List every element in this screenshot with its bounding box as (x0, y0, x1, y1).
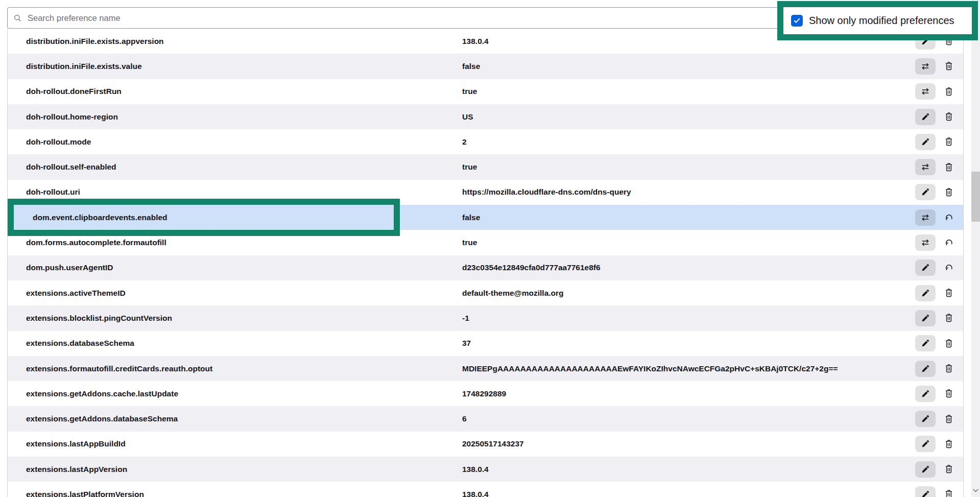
toggle-button[interactable] (915, 209, 936, 226)
edit-button[interactable] (915, 285, 936, 301)
table-row[interactable]: extensions.lastPlatformVersion138.0.4 (8, 482, 963, 497)
trash-icon (945, 339, 953, 348)
pencil-icon (921, 289, 929, 297)
table-row[interactable]: doh-rollout.self-enabledtrue (8, 154, 963, 179)
table-row[interactable]: extensions.blocklist.pingCountVersion-1 (8, 305, 963, 330)
toggle-arrows-icon (921, 163, 929, 171)
edit-button[interactable] (915, 335, 936, 351)
edit-button[interactable] (915, 134, 936, 150)
delete-button[interactable] (942, 461, 956, 478)
trash-icon (945, 314, 953, 322)
toggle-arrows-icon (921, 214, 929, 222)
pref-value: 37 (462, 339, 471, 348)
trash-icon (945, 62, 953, 70)
table-row[interactable]: extensions.formautofill.creditCards.reau… (8, 356, 963, 381)
reset-button[interactable] (942, 234, 956, 251)
pref-value: 2 (462, 137, 467, 147)
edit-button[interactable] (915, 461, 936, 478)
edit-button[interactable] (915, 436, 936, 452)
pref-name: extensions.formautofill.creditCards.reau… (26, 364, 212, 373)
pref-value: true (462, 162, 477, 172)
pref-value: default-theme@mozilla.org (462, 289, 564, 298)
pref-value: https://mozilla.cloudflare-dns.com/dns-q… (462, 187, 631, 197)
pencil-icon (921, 390, 929, 398)
trash-icon (945, 87, 953, 96)
pref-value: false (462, 62, 480, 71)
delete-button[interactable] (942, 436, 956, 452)
delete-button[interactable] (942, 109, 956, 125)
table-row[interactable]: extensions.lastAppVersion138.0.4 (8, 457, 963, 482)
trash-icon (945, 137, 953, 146)
pref-name: doh-rollout.doneFirstRun (26, 87, 122, 96)
pref-value: MDIEEPgAAAAAAAAAAAAAAAAAAAAAEwFAYIKoZIhv… (462, 364, 838, 373)
edit-button[interactable] (915, 184, 936, 200)
pref-name: doh-rollout.self-enabled (26, 162, 116, 172)
delete-button[interactable] (942, 386, 956, 402)
toggle-button[interactable] (915, 159, 936, 175)
table-row[interactable]: dom.forms.autocomplete.formautofilltrue (8, 230, 963, 255)
table-row[interactable]: extensions.activeThemeIDdefault-theme@mo… (8, 280, 963, 305)
table-row[interactable]: extensions.databaseSchema37 (8, 331, 963, 356)
trash-icon (945, 188, 953, 197)
delete-button[interactable] (942, 310, 956, 326)
reset-button[interactable] (942, 259, 956, 276)
pref-value: 20250517143237 (462, 439, 524, 448)
table-row[interactable]: doh-rollout.home-regionUS (8, 104, 963, 129)
modified-prefs-checkbox[interactable] (791, 15, 803, 27)
table-row[interactable]: doh-rollout.mode2 (8, 129, 963, 154)
pref-name: extensions.activeThemeID (26, 289, 126, 298)
toggle-arrows-icon (921, 62, 929, 70)
delete-button[interactable] (942, 335, 956, 351)
toggle-arrows-icon (921, 239, 929, 247)
pref-value: 138.0.4 (462, 490, 489, 497)
delete-button[interactable] (942, 134, 956, 150)
table-row[interactable]: extensions.lastAppBuildId20250517143237 (8, 432, 963, 457)
table-row[interactable]: extensions.getAddons.cache.lastUpdate174… (8, 381, 963, 406)
pref-name: doh-rollout.uri (26, 187, 80, 197)
pref-name: distribution.iniFile.exists.appversion (26, 37, 164, 46)
table-row[interactable]: doh-rollout.urihttps://mozilla.cloudflar… (8, 180, 963, 205)
delete-button[interactable] (942, 58, 956, 75)
delete-button[interactable] (942, 486, 956, 497)
toggle-button[interactable] (915, 58, 936, 75)
table-row[interactable]: distribution.iniFile.exists.valuefalse (8, 54, 963, 79)
edit-button[interactable] (915, 361, 936, 377)
pencil-icon (921, 113, 929, 121)
pref-value: 6 (462, 414, 467, 423)
edit-button[interactable] (915, 259, 936, 276)
pref-name: extensions.getAddons.cache.lastUpdate (26, 389, 178, 398)
table-row[interactable]: dom.event.clipboardevents.enabledfalse (8, 205, 963, 230)
pref-name: doh-rollout.mode (26, 137, 91, 147)
delete-button[interactable] (942, 159, 956, 175)
toggle-button[interactable] (915, 83, 936, 100)
scroll-down-icon[interactable] (973, 489, 978, 492)
reset-button[interactable] (942, 209, 956, 226)
pref-value: false (462, 213, 480, 222)
toggle-arrows-icon (921, 87, 929, 96)
prefs-table: distribution.iniFile.exists.appversion13… (7, 29, 964, 497)
scrollbar-thumb[interactable] (971, 172, 980, 222)
pencil-icon (921, 314, 929, 322)
table-row[interactable]: dom.push.userAgentIDd23c0354e12849cfa0d7… (8, 255, 963, 280)
pref-name: extensions.lastAppVersion (26, 465, 127, 474)
delete-button[interactable] (942, 285, 956, 301)
pref-value: 1748292889 (462, 389, 506, 398)
table-row[interactable]: doh-rollout.doneFirstRuntrue (8, 79, 963, 104)
vertical-scrollbar[interactable] (971, 0, 980, 497)
trash-icon (945, 163, 953, 172)
edit-button[interactable] (915, 109, 936, 125)
table-row[interactable]: extensions.getAddons.databaseSchema6 (8, 406, 963, 431)
pref-name: distribution.iniFile.exists.value (26, 62, 142, 71)
delete-button[interactable] (942, 361, 956, 377)
pencil-icon (921, 440, 929, 448)
toggle-button[interactable] (915, 234, 936, 251)
edit-button[interactable] (915, 486, 936, 497)
edit-button[interactable] (915, 310, 936, 326)
trash-icon (945, 490, 953, 497)
pencil-icon (921, 365, 929, 373)
delete-button[interactable] (942, 411, 956, 427)
delete-button[interactable] (942, 184, 956, 200)
edit-button[interactable] (915, 411, 936, 427)
edit-button[interactable] (915, 386, 936, 402)
delete-button[interactable] (942, 83, 956, 100)
